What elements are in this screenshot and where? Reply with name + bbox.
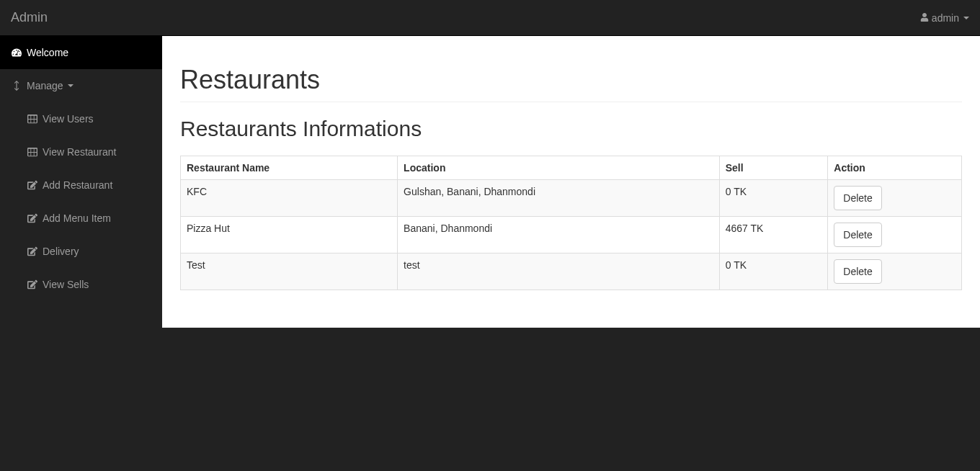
sidebar-item-manage[interactable]: Manage (0, 69, 162, 102)
delete-button[interactable]: Delete (834, 186, 881, 210)
sidebar-item-label: View Sells (43, 279, 89, 290)
cell-sell: 0 TK (719, 180, 828, 217)
sidebar-item-label: View Users (43, 113, 94, 125)
sidebar-item-add-menu-item[interactable]: Add Menu Item (0, 202, 162, 235)
brand-link[interactable]: Admin (11, 10, 48, 25)
sidebar-item-label: Manage (27, 80, 63, 91)
sidebar-item-delivery[interactable]: Delivery (0, 235, 162, 268)
cell-name: Pizza Hut (181, 217, 398, 254)
sidebar-item-label: Add Restaurant (43, 179, 112, 191)
delete-button[interactable]: Delete (834, 259, 881, 284)
cell-sell: 4667 TK (719, 217, 828, 254)
cell-location: test (398, 254, 720, 290)
sidebar: Welcome Manage View UsersView Restaurant… (0, 36, 162, 471)
sidebar-item-label: Welcome (27, 47, 68, 58)
cell-action: Delete (828, 254, 962, 290)
cell-sell: 0 TK (719, 254, 828, 290)
col-header-location: Location (398, 156, 720, 180)
sidebar-item-label: Delivery (43, 246, 79, 257)
table-row: Pizza HutBanani, Dhanmondi4667 TKDelete (181, 217, 962, 254)
user-icon (920, 12, 932, 24)
sidebar-item-view-users[interactable]: View Users (0, 102, 162, 135)
delete-button[interactable]: Delete (834, 223, 881, 247)
caret-down-icon (963, 17, 969, 19)
table-row: KFCGulshan, Banani, Dhanmondi0 TKDelete (181, 180, 962, 217)
edit-icon (27, 213, 38, 223)
edit-icon (27, 246, 38, 256)
col-header-sell: Sell (719, 156, 828, 180)
main-content: Restaurants Restaurants Informations Res… (162, 36, 980, 328)
cell-action: Delete (828, 217, 962, 254)
caret-down-icon (68, 84, 74, 87)
table-icon (27, 114, 38, 124)
edit-icon (27, 180, 38, 190)
sidebar-item-label: View Restaurant (43, 146, 116, 158)
cell-name: Test (181, 254, 398, 290)
col-header-action: Action (828, 156, 962, 180)
cell-action: Delete (828, 180, 962, 217)
user-menu[interactable]: admin (920, 12, 969, 24)
user-label: admin (932, 12, 959, 24)
dashboard-icon (11, 48, 22, 58)
sidebar-item-view-sells[interactable]: View Sells (0, 268, 162, 301)
cell-location: Gulshan, Banani, Dhanmondi (398, 180, 720, 217)
top-navbar: Admin admin (0, 0, 980, 36)
table-header-row: Restaurant Name Location Sell Action (181, 156, 962, 180)
sidebar-item-welcome[interactable]: Welcome (0, 36, 162, 69)
cell-location: Banani, Dhanmondi (398, 217, 720, 254)
restaurants-table: Restaurant Name Location Sell Action KFC… (180, 156, 962, 290)
sidebar-item-view-restaurant[interactable]: View Restaurant (0, 135, 162, 169)
table-row: Testtest0 TKDelete (181, 254, 962, 290)
page-title: Restaurants (180, 65, 962, 102)
sidebar-item-label: Add Menu Item (43, 212, 111, 224)
page-subtitle: Restaurants Informations (180, 117, 962, 148)
table-icon (27, 147, 38, 157)
cell-name: KFC (181, 180, 398, 217)
sidebar-item-add-restaurant[interactable]: Add Restaurant (0, 169, 162, 202)
arrows-v-icon (11, 81, 22, 91)
edit-icon (27, 279, 38, 290)
col-header-name: Restaurant Name (181, 156, 398, 180)
